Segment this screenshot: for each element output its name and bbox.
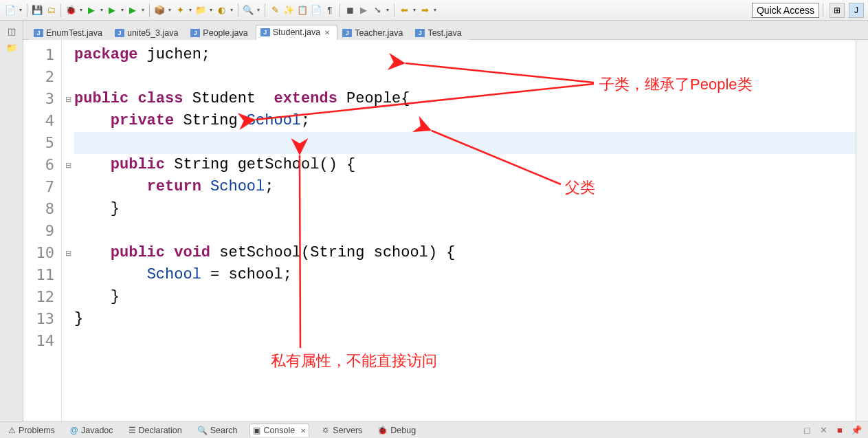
console-remove-icon[interactable]: ✕ [817,424,830,437]
stop-icon[interactable]: ◼ [344,4,356,17]
package-explorer-icon[interactable]: 📁 [5,41,18,54]
back-icon[interactable]: ⬅ [398,4,410,17]
view-declaration[interactable]: ☰Declaration [126,424,185,437]
console-stop-icon[interactable]: ■ [834,424,846,437]
dropdown-icon[interactable]: ▾ [208,4,214,17]
code-content[interactable]: package juchen; public class Student ext… [74,40,856,421]
save-icon[interactable]: 💾 [31,4,43,17]
search-icon: 🔍 [197,426,208,435]
main-toolbar: 📄▾ 💾 🗂 🐞▾ ▶▾ ▶▾ ▶▾ 📦▾ ✦▾ 📁▾ ◐▾ 🔍▾ ✎ ✨ 📋 … [0,0,868,21]
java-perspective-button[interactable]: J [849,3,864,18]
new-interface-icon[interactable]: ◐ [215,4,227,17]
tab-teacher[interactable]: JTeacher.java [337,25,410,40]
view-label: Search [210,426,238,435]
fold-icon[interactable]: ⊟ [62,154,74,176]
run-icon[interactable]: ▶ [85,4,98,17]
console-icon: ▣ [253,426,260,435]
tab-label: Teacher.java [355,28,403,38]
left-trim: ◫ 📁 [0,21,23,421]
dropdown-icon[interactable]: ▾ [256,4,261,17]
view-label: Declaration [139,426,182,435]
view-label: Console [263,426,295,435]
quick-access[interactable]: Quick Access [752,3,819,18]
tab-label: Student.java [273,28,321,37]
view-debug[interactable]: 🐞Debug [375,424,419,437]
dropdown-icon[interactable]: ▾ [140,4,146,17]
fold-gutter: ⊟ ⊟ ⊟ [62,40,74,421]
dropdown-icon[interactable]: ▾ [99,4,104,17]
new-folder-icon[interactable]: 📁 [194,4,207,17]
new-icon[interactable]: 📄 [4,4,16,17]
dropdown-icon[interactable]: ▾ [18,4,23,17]
dropdown-icon[interactable]: ▾ [120,4,125,17]
tab-label: People.java [203,28,247,38]
view-problems[interactable]: ⚠Problems [5,424,58,437]
dropdown-icon[interactable]: ▾ [432,4,438,17]
new-class-icon[interactable]: ✦ [174,4,186,17]
dropdown-icon[interactable]: ▾ [167,4,173,17]
dropdown-icon[interactable]: ▾ [78,4,84,17]
debug-icon[interactable]: 🐞 [65,4,77,17]
view-console[interactable]: ▣Console✕ [249,424,309,437]
copy-icon[interactable]: 📋 [296,4,309,17]
resume-icon[interactable]: ▶ [357,4,370,17]
view-label: Debug [390,426,416,435]
overview-ruler[interactable] [856,40,868,421]
tab-label: unite5_3.java [127,28,178,38]
cursor-icon[interactable]: ¶ [324,4,336,17]
view-label: Servers [333,426,362,435]
coverage-icon[interactable]: ▶ [126,4,139,17]
wand-icon[interactable]: ✨ [282,4,295,17]
editor-tabs: JEnumTest.java Junite5_3.java JPeople.ja… [23,21,868,40]
javadoc-icon: @ [70,426,78,435]
tab-label: Test.java [427,28,461,38]
line-number-gutter: 1 2 3 4 5 6 7 8 9 10 11 12 13 14 [23,40,62,421]
bottom-view-tabs: ⚠Problems @Javadoc ☰Declaration 🔍Search … [0,421,868,438]
problems-icon: ⚠ [8,426,16,435]
code-editor[interactable]: 1 2 3 4 5 6 7 8 9 10 11 12 13 14 ⊟ ⊟ [23,40,868,421]
console-pin-icon[interactable]: 📌 [850,424,863,437]
close-icon[interactable]: ✕ [300,427,306,435]
forward-icon[interactable]: ➡ [419,4,431,17]
view-search[interactable]: 🔍Search [194,424,241,437]
save-all-icon[interactable]: 🗂 [45,4,57,17]
fold-icon[interactable]: ⊟ [62,88,74,110]
run-last-icon[interactable]: ▶ [106,4,118,17]
search-icon[interactable]: 🔍 [242,4,254,17]
view-label: Javadoc [81,426,113,435]
tab-enumtest[interactable]: JEnumTest.java [29,25,110,40]
tab-people[interactable]: JPeople.java [186,25,255,40]
paste-icon[interactable]: 📄 [310,4,322,17]
new-package-icon[interactable]: 📦 [153,4,166,17]
close-icon[interactable]: ✕ [324,29,330,36]
outline-icon[interactable]: ◫ [5,25,18,37]
view-label: Problems [19,426,55,435]
edit-icon[interactable]: ✎ [269,4,281,17]
tab-test[interactable]: JTest.java [410,25,469,40]
dropdown-icon[interactable]: ▾ [188,4,193,17]
fold-icon[interactable]: ⊟ [62,242,74,264]
debug-icon: 🐞 [377,426,388,435]
console-clear-icon[interactable]: ◻ [801,424,813,437]
dropdown-icon[interactable]: ▾ [412,4,417,17]
servers-icon: ⛭ [322,426,330,435]
tab-unite5[interactable]: Junite5_3.java [110,25,186,40]
view-javadoc[interactable]: @Javadoc [67,424,116,437]
tab-label: EnumTest.java [46,28,102,38]
step-icon[interactable]: ➘ [371,4,383,17]
dropdown-icon[interactable]: ▾ [229,4,234,17]
view-servers[interactable]: ⛭Servers [319,424,365,437]
tab-student[interactable]: JStudent.java✕ [256,25,338,40]
perspective-button[interactable]: ⊞ [830,3,845,18]
declaration-icon: ☰ [129,426,136,435]
dropdown-icon[interactable]: ▾ [385,4,390,17]
